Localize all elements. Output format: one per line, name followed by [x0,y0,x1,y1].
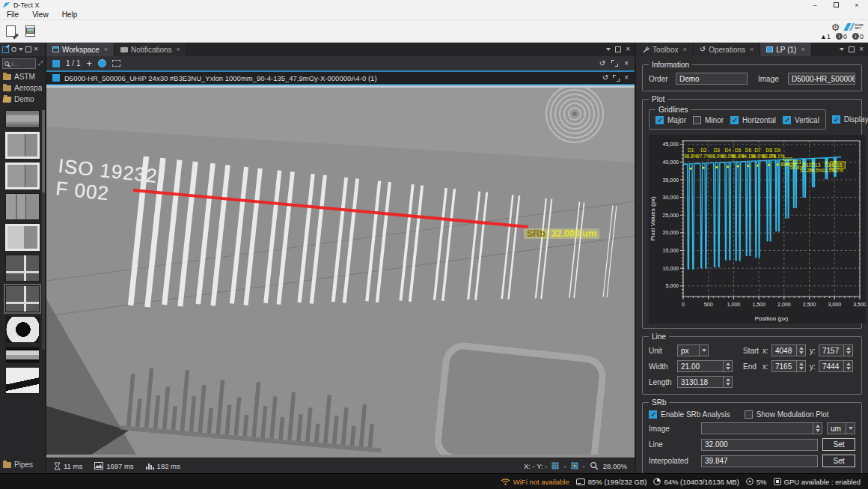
checkbox-show-modulation[interactable] [745,410,753,419]
image-thumbnail[interactable] [5,163,40,189]
svg-text:D6: D6 [745,148,752,153]
width-field[interactable]: 21.00 [677,360,724,372]
image-thumbnail-selected[interactable] [5,285,40,312]
srb-interpolated-field[interactable]: 39.847 [701,455,818,467]
close-tab-icon[interactable]: × [104,46,108,53]
order-field[interactable]: Demo [676,73,748,85]
sidebar-item-astm[interactable]: ASTM [0,71,45,82]
tab-toolbox[interactable]: Toolbox × [636,43,694,56]
edit-icon[interactable] [2,46,9,53]
edit-report-icon[interactable] [4,25,19,38]
end-y-field[interactable]: 7444 [819,360,844,372]
close-tab-icon[interactable]: × [801,46,804,53]
xray-image-viewport[interactable]: ISO 19232 F 002 SRb: 32.000 um [46,85,635,458]
sidebar-item-pipes[interactable]: Pipes [0,459,45,470]
search-input[interactable] [10,61,34,67]
image-thumbnail[interactable] [5,367,40,394]
unit-select[interactable]: px [677,344,700,356]
srb-image-spinner[interactable] [813,422,822,434]
svg-text:D13: D13 [811,163,820,168]
tab-lp[interactable]: LP (1) × [760,43,811,56]
image-thumbnail[interactable] [5,193,40,220]
end-y-spinner[interactable] [844,360,853,372]
image-thumbnail[interactable] [5,224,40,251]
expand-icon[interactable]: ⤢ [38,60,43,67]
checkbox-enable-srb[interactable] [649,410,657,419]
image-select-icon[interactable] [52,74,60,82]
start-x-field[interactable]: 4048 [771,344,797,356]
tab-operations[interactable]: ↺ Operations × [694,43,761,56]
chevron-down-icon[interactable] [840,48,844,51]
unit-dropdown-icon[interactable] [700,344,709,356]
close-tab-icon[interactable]: × [750,46,754,53]
width-spinner[interactable] [724,360,733,372]
close-tab-icon[interactable]: × [682,46,686,53]
error-counter[interactable]: i0 [836,33,847,40]
grid-value-icon[interactable] [551,462,559,470]
warning-counter[interactable]: ▲1 [820,33,831,40]
checkbox-vertical[interactable] [783,116,791,124]
close-tab-icon[interactable]: × [177,46,180,53]
close-icon[interactable]: × [624,60,629,67]
srb-line-field[interactable]: 32.000 [701,439,818,451]
close-icon[interactable]: × [626,46,630,53]
set-line-button[interactable]: Set [822,438,855,451]
close-image-icon[interactable]: × [624,74,629,82]
length-spinner[interactable] [724,376,733,388]
popout-icon[interactable] [615,46,621,52]
layout-circle-icon[interactable] [98,59,106,67]
line-profile-chart[interactable]: 05001,0001,5002,0002,5003,0003,5005,0001… [649,135,855,325]
close-panel-icon[interactable]: × [34,46,38,53]
set-interpolated-button[interactable]: Set [822,455,855,467]
tab-workspace[interactable]: Workspace × [46,43,114,56]
image-thumbnail[interactable] [5,255,40,282]
zoom-level[interactable]: 28.00% [603,462,627,470]
menu-file[interactable]: File [0,10,25,19]
image-report-icon[interactable] [24,25,39,38]
close-icon[interactable]: × [859,46,864,53]
minimize-button[interactable]: – [807,1,823,10]
checkbox-minor[interactable] [693,116,701,124]
popout-icon[interactable] [25,46,31,52]
fullscreen-icon[interactable] [613,75,620,82]
selection-rect-icon[interactable] [112,60,120,67]
image-field[interactable]: D5000-HR_500006_UHIP 24x30 #B [788,73,855,85]
image-thumbnail[interactable] [5,316,40,343]
grid-median-icon[interactable] [571,462,578,470]
sidebar-item-aerospace[interactable]: Aerospace [0,82,45,94]
popout-icon[interactable] [849,46,855,52]
image-thumbnail[interactable] [5,132,40,159]
menu-view[interactable]: View [25,10,55,19]
length-field[interactable]: 3130.18 [677,376,724,388]
maximize-button[interactable] [828,1,844,10]
menu-help[interactable]: Help [55,10,85,19]
end-x-field[interactable]: 7165 [771,360,797,372]
checkbox-horizontal[interactable] [730,116,739,124]
settings-gear-icon[interactable]: ⚙ [831,22,840,32]
srb-image-field[interactable] [701,422,813,434]
sidebar-item-demo[interactable]: Demo [0,94,45,105]
zoom-magnifier-icon[interactable] [590,461,599,470]
sidebar-scrollbar[interactable] [42,110,45,350]
add-view-button[interactable]: + [86,58,92,69]
image-thumbnail[interactable] [5,110,40,128]
checkbox-major[interactable] [655,116,664,124]
refresh-icon[interactable]: ↺ [599,60,605,67]
chevron-down-icon[interactable] [606,48,611,51]
start-x-spinner[interactable] [797,344,806,356]
start-y-field[interactable]: 7157 [819,344,844,356]
order-filter-button[interactable]: O [11,46,16,53]
chevron-down-icon[interactable] [19,48,23,51]
fullscreen-icon[interactable] [611,60,618,67]
start-y-spinner[interactable] [844,344,853,356]
srb-unit-select[interactable]: um [827,422,846,434]
close-button[interactable]: × [849,1,865,10]
srb-unit-dropdown-icon[interactable] [846,422,855,434]
select-all-icon[interactable] [52,60,60,67]
info-counter[interactable]: i0 [852,33,864,40]
checkbox-display-inverted[interactable] [832,115,840,124]
image-thumbnail[interactable] [5,347,40,363]
tab-notifications[interactable]: Notifications × [114,43,187,56]
end-x-spinner[interactable] [797,360,806,372]
refresh-icon[interactable]: ↺ [602,74,608,82]
